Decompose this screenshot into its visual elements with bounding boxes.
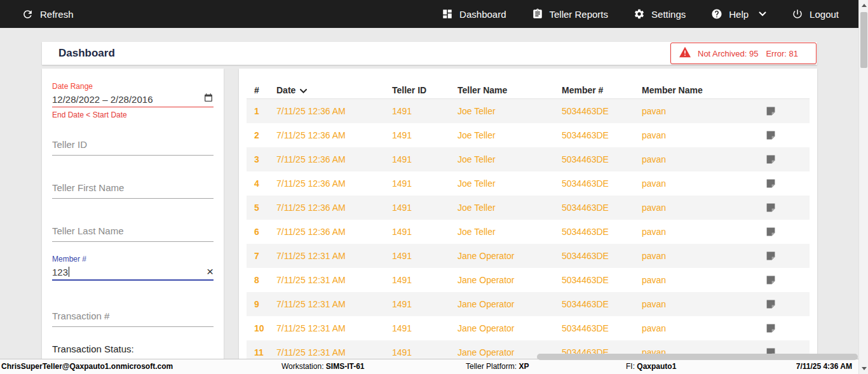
table-row[interactable]: 7 7/11/25 12:31 AM 1491 Jane Operator 50… [247, 244, 810, 268]
cell-teller-id: 1491 [392, 178, 458, 189]
cell-member-name: pavan [642, 178, 766, 189]
top-nav: Refresh Dashboard Teller Reports Setting… [0, 0, 868, 28]
sort-desc-icon [300, 85, 307, 95]
table-row[interactable]: 10 7/11/25 12:31 AM 1491 Jane Operator 5… [247, 316, 810, 340]
cell-teller-name: Joe Teller [458, 227, 562, 237]
cell-member-name: pavan [642, 227, 766, 237]
status-datetime: 7/11/25 4:36 AM [796, 359, 852, 374]
date-range-field: Date Range 12/28/2022 – 2/28/2016 End Da… [52, 83, 214, 119]
cell-member-name: pavan [642, 251, 766, 261]
status-workstation: Workstation: SIMS-IT-61 [281, 359, 365, 374]
member-number-value-wrap: 123 [52, 267, 69, 277]
member-number-input[interactable]: 123 × [52, 265, 214, 278]
row-number: 6 [254, 227, 276, 237]
teller-last-name-input[interactable] [52, 220, 214, 242]
row-number: 1 [254, 106, 276, 116]
page-title: Dashboard [58, 47, 115, 60]
table-row[interactable]: 5 7/11/25 12:36 AM 1491 Joe Teller 50344… [247, 196, 810, 220]
cell-date: 7/11/25 12:31 AM [276, 275, 392, 285]
cell-teller-name: Joe Teller [458, 130, 562, 140]
table-row[interactable]: 4 7/11/25 12:36 AM 1491 Joe Teller 50344… [247, 171, 810, 196]
status-workstation-label: Workstation: [281, 362, 323, 371]
cell-date: 7/11/25 12:36 AM [276, 106, 392, 116]
note-icon[interactable] [766, 275, 810, 285]
table-row[interactable]: 3 7/11/25 12:36 AM 1491 Joe Teller 50344… [247, 147, 810, 171]
table-row[interactable]: 1 7/11/25 12:36 AM 1491 Joe Teller 50344… [247, 99, 810, 123]
scroll-down-icon[interactable] [859, 363, 868, 374]
note-icon[interactable] [766, 299, 810, 309]
calendar-icon[interactable] [203, 93, 214, 105]
nav-dashboard[interactable]: Dashboard [442, 8, 506, 20]
note-icon[interactable] [766, 203, 810, 213]
cell-teller-name: Jane Operator [458, 275, 562, 285]
table-row[interactable]: 8 7/11/25 12:31 AM 1491 Jane Operator 50… [247, 268, 810, 292]
nav-help-label: Help [729, 9, 749, 20]
transaction-number-input[interactable] [52, 305, 214, 327]
note-icon[interactable] [766, 154, 810, 164]
warning-triangle-icon [679, 46, 691, 60]
row-number: 10 [254, 323, 276, 333]
nav-teller-reports[interactable]: Teller Reports [532, 8, 609, 20]
row-number: 9 [254, 299, 276, 309]
cell-member-name: pavan [642, 299, 766, 309]
cell-date: 7/11/25 12:36 AM [276, 203, 392, 213]
table-row[interactable]: 6 7/11/25 12:36 AM 1491 Joe Teller 50344… [247, 220, 810, 244]
note-icon[interactable] [766, 227, 810, 237]
cell-member-name: pavan [642, 154, 766, 164]
cell-date: 7/11/25 12:31 AM [276, 251, 392, 261]
table-row[interactable]: 9 7/11/25 12:31 AM 1491 Jane Operator 50… [247, 292, 810, 316]
note-icon[interactable] [766, 251, 810, 261]
status-bar: ChrisSuperTeller@Qaxpauto1.onmicrosoft.c… [0, 359, 868, 374]
table-row[interactable]: 2 7/11/25 12:36 AM 1491 Joe Teller 50344… [247, 123, 810, 147]
dashboard-icon [442, 8, 453, 20]
cell-member-name: pavan [642, 203, 766, 213]
cell-member-num: 5034463DE [562, 130, 642, 140]
status-workstation-value: SIMS-IT-61 [326, 362, 365, 371]
scroll-up-icon[interactable] [859, 0, 868, 11]
cell-member-name: pavan [642, 275, 766, 285]
cell-date: 7/11/25 12:36 AM [276, 154, 392, 164]
logout-power-icon [792, 8, 803, 20]
nav-help[interactable]: Help [711, 8, 766, 20]
nav-logout[interactable]: Logout [792, 8, 839, 20]
teller-id-input[interactable] [52, 133, 214, 156]
cell-member-num: 5034463DE [562, 154, 642, 164]
cell-teller-name: Joe Teller [458, 154, 562, 164]
column-header-date[interactable]: Date [276, 85, 392, 95]
nav-dashboard-label: Dashboard [459, 9, 506, 20]
row-number: 7 [254, 251, 276, 261]
cell-date: 7/11/25 12:36 AM [276, 178, 392, 189]
note-icon[interactable] [766, 323, 810, 333]
cell-teller-id: 1491 [392, 106, 458, 116]
cell-date: 7/11/25 12:31 AM [276, 347, 392, 357]
alert-text: Not Archived: 95Error: 81 [698, 49, 798, 58]
cell-teller-id: 1491 [392, 299, 458, 309]
nav-settings[interactable]: Settings [634, 8, 686, 20]
filters-panel: Date Range 12/28/2022 – 2/28/2016 End Da… [42, 69, 224, 359]
date-range-input[interactable]: 12/28/2022 – 2/28/2016 [52, 93, 214, 105]
status-fi-value: Qaxpauto1 [637, 362, 676, 371]
text-caret [69, 267, 69, 277]
chevron-down-icon [759, 11, 766, 17]
refresh-button[interactable]: Refresh [22, 8, 74, 20]
row-number: 11 [254, 347, 276, 357]
archive-error-alert[interactable]: Not Archived: 95Error: 81 [670, 43, 817, 64]
horizontal-scrollbar-thumb[interactable] [537, 354, 858, 360]
vertical-scrollbar[interactable] [858, 0, 868, 374]
teller-first-name-input[interactable] [52, 177, 214, 199]
cell-date: 7/11/25 12:36 AM [276, 227, 392, 237]
nav-logout-label: Logout [810, 9, 839, 20]
date-range-underline [52, 107, 214, 107]
note-icon[interactable] [766, 130, 810, 140]
status-fi-label: FI: [626, 362, 635, 371]
row-number: 4 [254, 178, 276, 189]
cell-member-name: pavan [642, 106, 766, 116]
vertical-scrollbar-thumb[interactable] [860, 12, 867, 68]
status-fi: FI: Qaxpauto1 [626, 359, 676, 374]
note-icon[interactable] [766, 106, 810, 116]
clear-x-icon[interactable]: × [207, 266, 214, 277]
row-number: 5 [254, 203, 276, 213]
help-icon [711, 8, 722, 20]
cell-member-num: 5034463DE [562, 251, 642, 261]
note-icon[interactable] [766, 178, 810, 189]
